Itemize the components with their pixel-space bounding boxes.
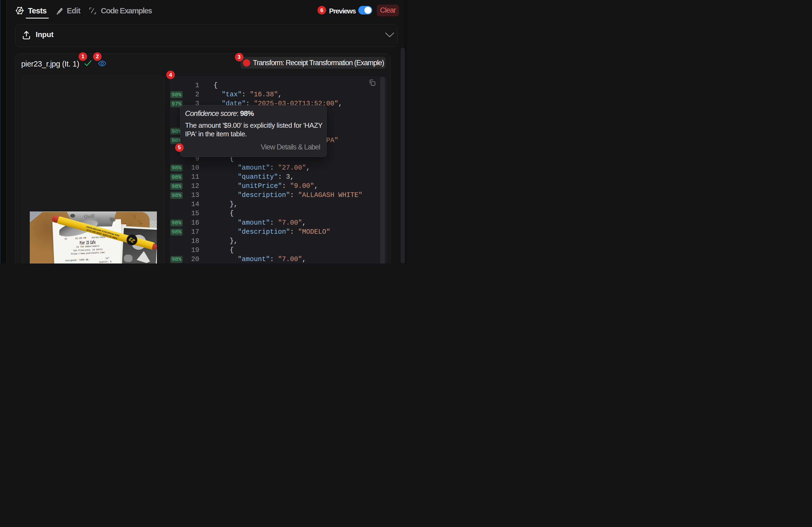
svg-text:.com: .com: [96, 217, 101, 220]
svg-text:Quill: Quill: [84, 213, 95, 219]
